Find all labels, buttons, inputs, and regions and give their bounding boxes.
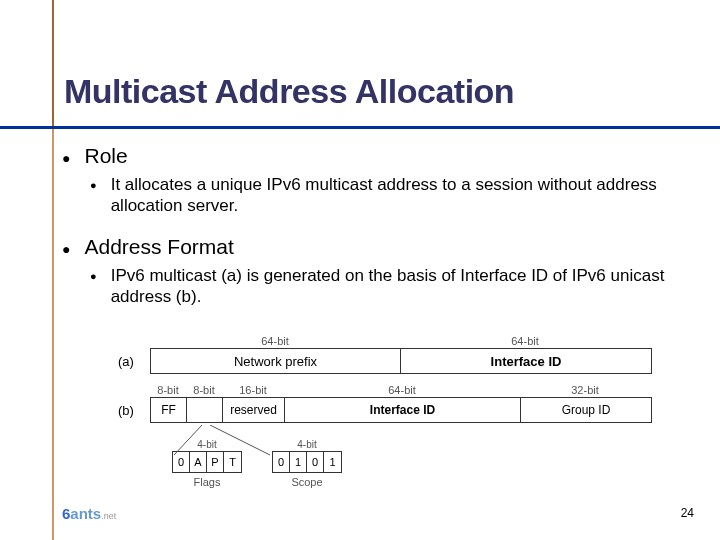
row-b-bitwidths: 8-bit 8-bit 16-bit 64-bit 32-bit xyxy=(150,384,678,396)
bitwidth-label: 4-bit xyxy=(272,439,342,450)
bitwidth-label: 8-bit xyxy=(150,384,186,396)
flag-cell: A xyxy=(190,452,207,472)
bitwidth-label: 64-bit xyxy=(400,335,650,347)
bitwidth-label: 64-bit xyxy=(284,384,520,396)
bullet-dot: ● xyxy=(62,150,70,166)
bitwidth-label: 64-bit xyxy=(150,335,400,347)
scope-cell: 1 xyxy=(290,452,307,472)
slide-content: ● Role ● It allocates a unique IPv6 mult… xyxy=(62,144,702,325)
row-b-boxes: FF reserved Interface ID Group ID xyxy=(150,397,652,423)
flag-cell: 0 xyxy=(173,452,190,472)
section-heading-text: Address Format xyxy=(84,235,233,259)
bitwidth-label: 32-bit xyxy=(520,384,650,396)
flags-label: Flags xyxy=(172,476,242,488)
section-item: ● It allocates a unique IPv6 multicast a… xyxy=(90,174,702,217)
bitwidth-label: 8-bit xyxy=(186,384,222,396)
row-b: (b) FF reserved Interface ID Group ID xyxy=(118,397,678,423)
logo-suffix: .net xyxy=(101,511,116,521)
flags-boxes: 0 A P T xyxy=(172,451,242,473)
section-item-text: It allocates a unique IPv6 multicast add… xyxy=(111,174,702,217)
footer-logo: 6ants.net xyxy=(62,505,116,522)
bullet-dot: ● xyxy=(62,241,70,257)
field-group-id: Group ID xyxy=(521,398,651,422)
scope-label: Scope xyxy=(272,476,342,488)
page-number: 24 xyxy=(681,506,694,520)
accent-vertical-line-top xyxy=(52,0,54,126)
scope-cell: 0 xyxy=(307,452,324,472)
section-heading-role: ● Role xyxy=(62,144,702,168)
scope-boxes: 0 1 0 1 xyxy=(272,451,342,473)
bullet-dot: ● xyxy=(90,270,97,282)
row-a-label: (a) xyxy=(118,354,150,369)
field-interface-id: Interface ID xyxy=(285,398,521,422)
scope-cell: 0 xyxy=(273,452,290,472)
bitwidth-label: 4-bit xyxy=(172,439,242,450)
slide-title: Multicast Address Allocation xyxy=(64,72,514,111)
field-interface-id: Interface ID xyxy=(401,349,651,373)
sub-labels: Flags Scope xyxy=(172,476,678,488)
field-ff: FF xyxy=(151,398,187,422)
accent-horizontal-line xyxy=(0,126,720,129)
section-item: ● IPv6 multicast (a) is generated on the… xyxy=(90,265,702,308)
section-item-text: IPv6 multicast (a) is generated on the b… xyxy=(111,265,702,308)
flag-cell: P xyxy=(207,452,224,472)
row-a-bitwidths: 64-bit 64-bit xyxy=(150,335,678,347)
row-sub: 0 A P T 0 1 0 1 xyxy=(172,451,678,473)
sub-bitwidths: 4-bit 4-bit xyxy=(172,439,678,450)
row-b-label: (b) xyxy=(118,403,150,418)
bullet-dot: ● xyxy=(90,179,97,191)
field-reserved: reserved xyxy=(223,398,285,422)
row-a-boxes: Network prefix Interface ID xyxy=(150,348,652,374)
section-heading-address-format: ● Address Format xyxy=(62,235,702,259)
scope-cell: 1 xyxy=(324,452,341,472)
field-network-prefix: Network prefix xyxy=(151,349,401,373)
section-heading-text: Role xyxy=(84,144,127,168)
field-flags-scope-slot xyxy=(187,398,223,422)
row-a: (a) Network prefix Interface ID xyxy=(118,348,678,374)
address-format-diagram: 64-bit 64-bit (a) Network prefix Interfa… xyxy=(118,335,678,488)
bitwidth-label: 16-bit xyxy=(222,384,284,396)
flag-cell: T xyxy=(224,452,241,472)
logo-text: ants xyxy=(70,505,101,522)
accent-vertical-line-bottom xyxy=(52,129,54,540)
